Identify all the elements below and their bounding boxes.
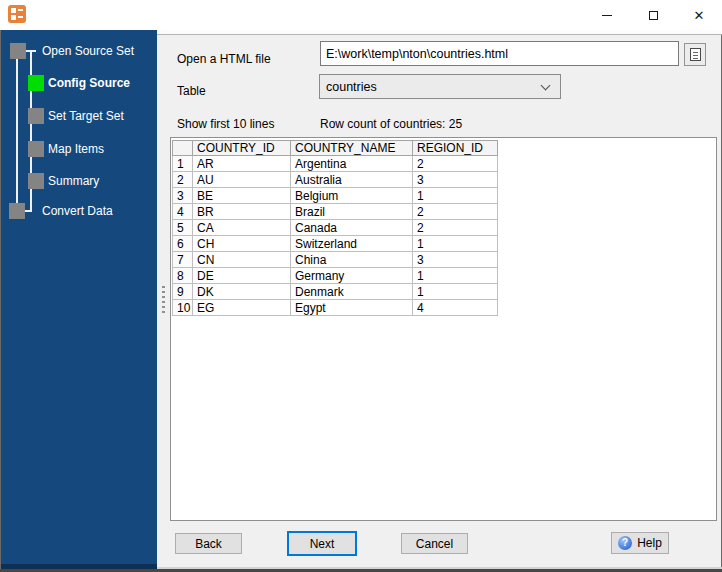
sidebar-step-open-source-set[interactable]: Open Source Set bbox=[42, 43, 134, 59]
help-button[interactable]: ? Help bbox=[611, 532, 669, 554]
cell-country-name: Egypt bbox=[291, 300, 413, 316]
row-number-cell: 10 bbox=[173, 300, 193, 316]
app-icon bbox=[8, 5, 26, 23]
cell-region-id: 1 bbox=[413, 188, 498, 204]
table-row[interactable]: 9 DK Denmark 1 bbox=[173, 284, 498, 300]
table-row[interactable]: 4 BR Brazil 2 bbox=[173, 204, 498, 220]
file-path-input[interactable] bbox=[320, 41, 679, 66]
table-field-label: Table bbox=[177, 84, 206, 98]
step-marker-map-items bbox=[28, 141, 44, 157]
cell-region-id: 1 bbox=[413, 268, 498, 284]
panel-top-divider bbox=[157, 30, 722, 35]
row-number-cell: 8 bbox=[173, 268, 193, 284]
chevron-down-icon bbox=[541, 81, 551, 91]
step-connector-line bbox=[26, 50, 36, 52]
title-bar: ✕ bbox=[0, 0, 722, 30]
cell-country-name: Belgium bbox=[291, 188, 413, 204]
splitter-grip[interactable] bbox=[162, 286, 165, 316]
sidebar-step-summary[interactable]: Summary bbox=[48, 173, 99, 189]
row-count-label: Row count of countries: 25 bbox=[320, 117, 462, 131]
table-row[interactable]: 1 AR Argentina 2 bbox=[173, 156, 498, 172]
wizard-steps-sidebar: Open Source Set Config Source Set Target… bbox=[1, 30, 157, 564]
table-row[interactable]: 3 BE Belgium 1 bbox=[173, 188, 498, 204]
cell-country-id: BE bbox=[193, 188, 291, 204]
step-marker-open-source-set bbox=[10, 43, 26, 59]
close-icon: ✕ bbox=[694, 8, 705, 23]
cancel-button[interactable]: Cancel bbox=[401, 533, 468, 554]
table-row[interactable]: 2 AU Australia 3 bbox=[173, 172, 498, 188]
cell-region-id: 1 bbox=[413, 284, 498, 300]
cell-country-name: Germany bbox=[291, 268, 413, 284]
row-number-cell: 9 bbox=[173, 284, 193, 300]
show-lines-label: Show first 10 lines bbox=[177, 117, 274, 131]
cell-country-id: AR bbox=[193, 156, 291, 172]
table-row[interactable]: 10 EG Egypt 4 bbox=[173, 300, 498, 316]
cell-country-id: CH bbox=[193, 236, 291, 252]
next-button[interactable]: Next bbox=[287, 531, 357, 556]
browse-file-button[interactable] bbox=[684, 43, 706, 66]
cell-region-id: 2 bbox=[413, 156, 498, 172]
step-marker-summary bbox=[28, 173, 44, 189]
row-number-cell: 1 bbox=[173, 156, 193, 172]
column-header-region-id[interactable]: REGION_ID bbox=[413, 141, 498, 156]
table-header-row: COUNTRY_ID COUNTRY_NAME REGION_ID bbox=[173, 141, 498, 156]
step-marker-set-target-set bbox=[28, 108, 44, 124]
cell-country-name: Brazil bbox=[291, 204, 413, 220]
column-header-country-name[interactable]: COUNTRY_NAME bbox=[291, 141, 413, 156]
help-icon: ? bbox=[618, 536, 632, 550]
cell-country-id: BR bbox=[193, 204, 291, 220]
help-button-label: Help bbox=[637, 536, 662, 550]
step-connector-line bbox=[25, 210, 32, 212]
step-marker-convert-data bbox=[9, 203, 25, 219]
cell-region-id: 2 bbox=[413, 204, 498, 220]
step-connector-line bbox=[16, 59, 18, 203]
cell-country-id: DK bbox=[193, 284, 291, 300]
column-header-country-id[interactable]: COUNTRY_ID bbox=[193, 141, 291, 156]
cell-country-id: CN bbox=[193, 252, 291, 268]
cell-region-id: 2 bbox=[413, 220, 498, 236]
cell-region-id: 4 bbox=[413, 300, 498, 316]
row-number-cell: 6 bbox=[173, 236, 193, 252]
close-button[interactable]: ✕ bbox=[676, 0, 722, 30]
sidebar-step-map-items[interactable]: Map Items bbox=[48, 141, 104, 157]
back-button[interactable]: Back bbox=[175, 533, 242, 554]
cell-country-id: CA bbox=[193, 220, 291, 236]
table-row[interactable]: 8 DE Germany 1 bbox=[173, 268, 498, 284]
preview-table: COUNTRY_ID COUNTRY_NAME REGION_ID 1 AR A… bbox=[172, 140, 498, 316]
row-number-cell: 7 bbox=[173, 252, 193, 268]
maximize-icon bbox=[649, 11, 658, 20]
cell-country-name: Denmark bbox=[291, 284, 413, 300]
row-number-cell: 2 bbox=[173, 172, 193, 188]
cell-country-id: EG bbox=[193, 300, 291, 316]
cell-country-id: DE bbox=[193, 268, 291, 284]
data-preview-grid: COUNTRY_ID COUNTRY_NAME REGION_ID 1 AR A… bbox=[170, 137, 717, 521]
cell-country-id: AU bbox=[193, 172, 291, 188]
cell-country-name: Argentina bbox=[291, 156, 413, 172]
cell-country-name: Switzerland bbox=[291, 236, 413, 252]
maximize-button[interactable] bbox=[630, 0, 676, 30]
table-row[interactable]: 6 CH Switzerland 1 bbox=[173, 236, 498, 252]
table-select-value: countries bbox=[320, 80, 377, 94]
table-row[interactable]: 7 CN China 3 bbox=[173, 252, 498, 268]
minimize-button[interactable] bbox=[584, 0, 630, 30]
cell-region-id: 1 bbox=[413, 236, 498, 252]
app-window: ✕ Open Source Set Config Source Set Targ… bbox=[0, 0, 722, 572]
cell-country-name: China bbox=[291, 252, 413, 268]
sidebar-step-convert-data[interactable]: Convert Data bbox=[42, 203, 113, 219]
row-number-cell: 5 bbox=[173, 220, 193, 236]
cell-region-id: 3 bbox=[413, 172, 498, 188]
table-row[interactable]: 5 CA Canada 2 bbox=[173, 220, 498, 236]
minimize-icon bbox=[602, 15, 612, 16]
cell-country-name: Australia bbox=[291, 172, 413, 188]
step-marker-config-source-active bbox=[28, 75, 44, 91]
document-icon bbox=[690, 48, 701, 61]
row-number-cell: 4 bbox=[173, 204, 193, 220]
sidebar-step-set-target-set[interactable]: Set Target Set bbox=[48, 108, 124, 124]
sidebar-step-config-source[interactable]: Config Source bbox=[48, 75, 130, 91]
cell-region-id: 3 bbox=[413, 252, 498, 268]
cell-country-name: Canada bbox=[291, 220, 413, 236]
row-number-cell: 3 bbox=[173, 188, 193, 204]
file-field-label: Open a HTML file bbox=[177, 52, 271, 66]
table-select[interactable]: countries bbox=[319, 74, 561, 99]
row-number-header[interactable] bbox=[173, 141, 193, 156]
